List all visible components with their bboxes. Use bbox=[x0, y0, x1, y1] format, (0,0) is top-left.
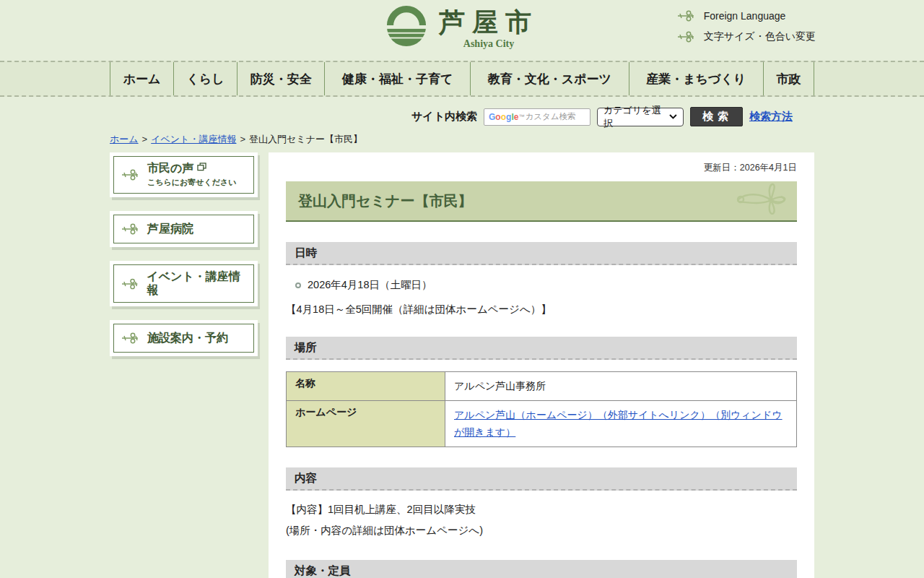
search-submit-button[interactable]: 検索 bbox=[690, 107, 743, 126]
nav-item-kyouiku[interactable]: 教育・文化・スポーツ bbox=[470, 62, 628, 95]
place-table: 名称 アルペン芦山事務所 ホームページ アルペン芦山（ホームページ）（外部サイト… bbox=[286, 371, 797, 447]
table-row: 名称 アルペン芦山事務所 bbox=[287, 372, 797, 401]
breadcrumb-home-link[interactable]: ホーム bbox=[110, 134, 139, 144]
nav-item-kurashi[interactable]: くらし bbox=[173, 62, 237, 95]
search-help-link[interactable]: 検索方法 bbox=[749, 110, 793, 124]
list-bullet-icon bbox=[295, 282, 301, 288]
sidebar-citizen-voice-label: 市民の声 bbox=[147, 162, 193, 174]
content-line: (場所・内容の詳細は団体ホームページへ) bbox=[286, 522, 797, 540]
city-name: 芦屋市 bbox=[439, 9, 539, 38]
sidebar-events-label: イベント・講座情報 bbox=[147, 270, 249, 297]
breadcrumb-events-link[interactable]: イベント・講座情報 bbox=[151, 134, 236, 144]
nav-item-home[interactable]: ホーム bbox=[110, 62, 173, 95]
vine-sprig-icon bbox=[122, 332, 141, 345]
search-category-value: カテゴリを選択 bbox=[603, 104, 669, 130]
place-name-header: 名称 bbox=[287, 372, 445, 401]
external-homepage-link[interactable]: アルペン芦山（ホームページ）（外部サイトへリンク）（別ウィンドウが開きます） bbox=[454, 409, 783, 439]
global-nav: ホーム くらし 防災・安全 健康・福祉・子育て 教育・文化・スポーツ 産業・まち… bbox=[0, 61, 924, 97]
datetime-list-item: 2026年4月18日（土曜日） bbox=[295, 278, 797, 292]
breadcrumb-current-page: 登山入門セミナー【市民】 bbox=[249, 134, 362, 144]
flourish-ornament bbox=[733, 181, 794, 222]
nav-item-shisei[interactable]: 市政 bbox=[763, 62, 814, 95]
text-size-color-link[interactable]: 文字サイズ・色合い変更 bbox=[678, 30, 816, 43]
vine-sprig-icon bbox=[678, 10, 697, 22]
sidebar-facilities-label: 施設案内・予約 bbox=[147, 332, 228, 345]
sidebar-item-facilities[interactable]: 施設案内・予約 bbox=[110, 320, 258, 356]
section-heading-datetime: 日時 bbox=[286, 242, 797, 265]
city-logo-icon bbox=[385, 6, 427, 48]
place-homepage-value: アルペン芦山（ホームページ）（外部サイトへリンク）（別ウィンドウが開きます） bbox=[445, 400, 797, 447]
nav-item-kenkou[interactable]: 健康・福祉・子育て bbox=[324, 62, 470, 95]
vine-sprig-icon bbox=[122, 277, 140, 290]
nav-item-sangyou[interactable]: 産業・まちづくり bbox=[629, 62, 763, 95]
page-title-bar: 登山入門セミナー【市民】 bbox=[286, 181, 797, 222]
chevron-down-icon bbox=[669, 114, 677, 119]
breadcrumb: ホーム>イベント・講座情報>登山入門セミナー【市民】 bbox=[110, 133, 814, 146]
sidebar-hospital-label: 芦屋病院 bbox=[147, 223, 193, 236]
search-category-select[interactable]: カテゴリを選択 bbox=[597, 108, 684, 126]
sidebar-item-hospital[interactable]: 芦屋病院 bbox=[110, 211, 258, 247]
section-heading-place: 場所 bbox=[286, 337, 797, 360]
foreign-language-link[interactable]: Foreign Language bbox=[678, 10, 816, 22]
nav-item-bousai[interactable]: 防災・安全 bbox=[237, 62, 324, 95]
search-placeholder-brand: Google bbox=[489, 112, 518, 122]
updated-date: 更新日：2026年4月1日 bbox=[286, 162, 797, 174]
content-line: 【内容】1回目机上講座、2回目以降実技 bbox=[286, 501, 797, 519]
sidebar-item-citizen-voice[interactable]: 市民の声 こちらにお寄せください bbox=[110, 152, 258, 197]
text-size-color-label: 文字サイズ・色合い変更 bbox=[704, 30, 816, 43]
site-search-label: サイト内検索 bbox=[411, 110, 477, 124]
page-title: 登山入門セミナー【市民】 bbox=[298, 191, 472, 211]
section-heading-target: 対象・定員 bbox=[286, 560, 797, 578]
search-placeholder-tm: ™ bbox=[518, 113, 524, 120]
vine-sprig-icon bbox=[122, 223, 141, 236]
sidebar-item-events[interactable]: イベント・講座情報 bbox=[110, 261, 258, 306]
place-name-value: アルペン芦山事務所 bbox=[445, 372, 797, 401]
foreign-language-label: Foreign Language bbox=[704, 10, 786, 22]
external-window-icon bbox=[197, 163, 206, 171]
site-search-input[interactable]: Google™カスタム検索 bbox=[484, 108, 590, 126]
datetime-note: 【4月18日～全5回開催（詳細は団体ホームページへ）】 bbox=[286, 303, 797, 316]
search-placeholder-text: カスタム検索 bbox=[525, 111, 575, 122]
vine-sprig-icon bbox=[678, 31, 697, 43]
vine-sprig-icon bbox=[122, 168, 141, 181]
place-homepage-header: ホームページ bbox=[287, 400, 445, 447]
section-heading-content: 内容 bbox=[286, 467, 797, 491]
site-header: 芦屋市 Ashiya City Foreign Language 文字サイズ・色… bbox=[0, 0, 924, 61]
main-content: 更新日：2026年4月1日 登山入門セミナー【市民】 日時 2026年4月18日… bbox=[269, 152, 814, 578]
sidebar-citizen-voice-sublabel: こちらにお寄せください bbox=[147, 177, 237, 188]
table-row: ホームページ アルペン芦山（ホームページ）（外部サイトへリンク）（別ウィンドウが… bbox=[287, 400, 797, 447]
site-search-bar: サイト内検索 Google™カスタム検索 カテゴリを選択 検索 検索方法 bbox=[110, 107, 814, 126]
header-utility-links: Foreign Language 文字サイズ・色合い変更 bbox=[678, 10, 816, 52]
city-name-en: Ashiya City bbox=[439, 38, 539, 50]
sidebar: 市民の声 こちらにお寄せください 芦屋病院 bbox=[110, 152, 258, 370]
